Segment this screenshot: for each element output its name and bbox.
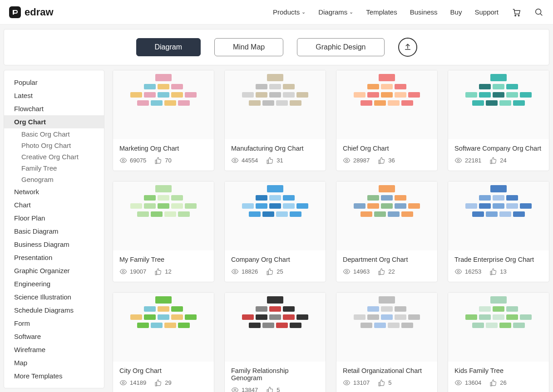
template-meta: 1625313 [454,268,543,275]
views-count: 13604 [465,379,481,386]
sidebar-subitem-photo-org-chart[interactable]: Photo Org Chart [4,140,104,151]
sidebar-item-schedule-diagrams[interactable]: Schedule Diagrams [4,304,104,317]
sidebar-item-org-chart[interactable]: Org Chart [4,115,104,128]
sidebar-subitem-creative-org-chart[interactable]: Creative Org Chart [4,151,104,162]
template-card[interactable]: Software Company Org Chart2218124 [448,70,549,171]
nav-item-diagrams[interactable]: Diagrams⌄ [318,8,353,16]
template-card-body: Manufacturing Org Chart4455431 [225,139,326,171]
template-meta: 1360426 [454,379,543,387]
sidebar-item-basic-diagram[interactable]: Basic Diagram [4,225,104,238]
views-count: 22181 [465,157,481,164]
template-card[interactable]: Marketing Org Chart6907570 [113,70,214,171]
sidebar-item-network[interactable]: Network [4,185,104,198]
template-title: Chief Org Chart [343,145,431,152]
sidebar-item-science-illustration[interactable]: Science Illustration [4,290,104,304]
likes-icon [266,386,274,392]
brand-logo[interactable]: edraw [9,6,54,18]
likes-count: 13 [500,268,506,275]
search-icon[interactable] [534,7,544,17]
tab-diagram[interactable]: Diagram [136,38,201,56]
tab-graphicdesign[interactable]: Graphic Design [297,38,384,56]
template-thumbnail [225,293,326,362]
template-card-body: City Org Chart1418929 [113,362,214,392]
template-thumbnail [448,70,549,139]
sidebar-subitem-genogram[interactable]: Genogram [4,174,104,185]
views-icon [231,386,239,392]
template-card[interactable]: Trade Enterprise Org Chart1625313 [448,181,549,282]
sidebar-item-more-templates[interactable]: More Templates [4,369,104,382]
views-count: 69075 [130,157,146,164]
template-card[interactable]: Company Org Chart1882625 [224,181,326,282]
template-card[interactable]: My Family Tree1900712 [113,181,214,282]
views-count: 13847 [242,387,258,392]
sidebar-item-engineering[interactable]: Engineering [4,277,104,290]
sidebar-item-presentation[interactable]: Presentation [4,251,104,264]
sidebar: PopularLatestFlowchartOrg ChartBasic Org… [4,70,104,388]
svg-point-10 [457,270,459,272]
template-thumbnail [448,181,549,250]
svg-point-7 [122,270,124,272]
likes-count: 36 [388,157,395,164]
sidebar-item-map[interactable]: Map [4,356,104,369]
views-icon [231,157,239,164]
template-meta: 1418929 [119,379,207,387]
template-card-body: Marketing Org Chart6907570 [113,139,214,171]
template-card-body: Family Relationship Genogram138475 [225,362,326,392]
template-card[interactable]: Manufacturing Org Chart4455431 [224,70,326,171]
template-card[interactable]: Chief Org Chart2898736 [336,70,438,171]
template-thumbnail [336,293,437,362]
views-count: 28987 [353,157,370,164]
template-title: My Family Tree [119,256,207,263]
chevron-down-icon: ⌄ [301,9,306,15]
svg-point-2 [536,9,541,14]
template-card-body: Software Company Org Chart2218124 [448,139,549,171]
likes-icon [489,268,497,275]
likes-count: 12 [165,268,171,275]
nav-item-products[interactable]: Products⌄ [273,8,306,16]
upload-button[interactable] [398,38,417,57]
views-icon [454,157,462,164]
sidebar-item-floor-plan[interactable]: Floor Plan [4,211,104,225]
sidebar-subitem-family-tree[interactable]: Family Tree [4,162,104,174]
sidebar-item-flowchart[interactable]: Flowchart [4,102,104,115]
sidebar-item-wireframe[interactable]: Wireframe [4,343,104,356]
svg-point-4 [234,159,236,161]
chevron-down-icon: ⌄ [349,9,353,15]
template-thumbnail [225,181,326,250]
views-icon [119,157,127,164]
top-nav: Products⌄Diagrams⌄TemplatesBusinessBuySu… [273,7,544,17]
sidebar-item-chart[interactable]: Chart [4,198,104,211]
nav-item-support[interactable]: Support [474,8,499,16]
template-card[interactable]: City Org Chart1418929 [113,292,214,392]
sidebar-item-popular[interactable]: Popular [4,76,104,89]
nav-item-business[interactable]: Business [410,8,438,16]
template-thumbnail [113,70,214,139]
template-card[interactable]: Kids Family Tree1360426 [448,292,549,392]
sidebar-item-software[interactable]: Software [4,330,104,343]
template-card[interactable]: Retail Organizational Chart131075 [336,292,438,392]
template-card[interactable]: Family Relationship Genogram138475 [224,292,326,392]
template-title: Trade Enterprise Org Chart [454,256,543,263]
nav-item-templates[interactable]: Templates [366,8,397,16]
sidebar-item-latest[interactable]: Latest [4,89,104,102]
template-title: Department Org Chart [343,256,431,263]
sidebar-item-business-diagram[interactable]: Business Diagram [4,238,104,251]
likes-count: 25 [276,268,283,275]
template-title: Company Org Chart [231,256,319,263]
sidebar-item-graphic-organizer[interactable]: Graphic Organizer [4,264,104,277]
brand-name: edraw [25,6,54,18]
svg-point-5 [346,159,347,161]
likes-icon [378,157,385,164]
template-card-body: Company Org Chart1882625 [225,250,326,282]
likes-icon [378,379,385,387]
top-header: edraw Products⌄Diagrams⌄TemplatesBusines… [0,0,553,24]
template-title: Marketing Org Chart [119,145,207,152]
sidebar-subitem-basic-org-chart[interactable]: Basic Org Chart [4,128,104,140]
nav-item-buy[interactable]: Buy [450,8,462,16]
sidebar-item-form[interactable]: Form [4,317,104,330]
tab-mindmap[interactable]: Mind Map [214,38,283,56]
cart-icon[interactable] [511,7,521,17]
likes-icon [154,268,162,275]
template-card-body: Kids Family Tree1360426 [448,362,549,392]
template-card[interactable]: Department Org Chart1496322 [336,181,438,282]
